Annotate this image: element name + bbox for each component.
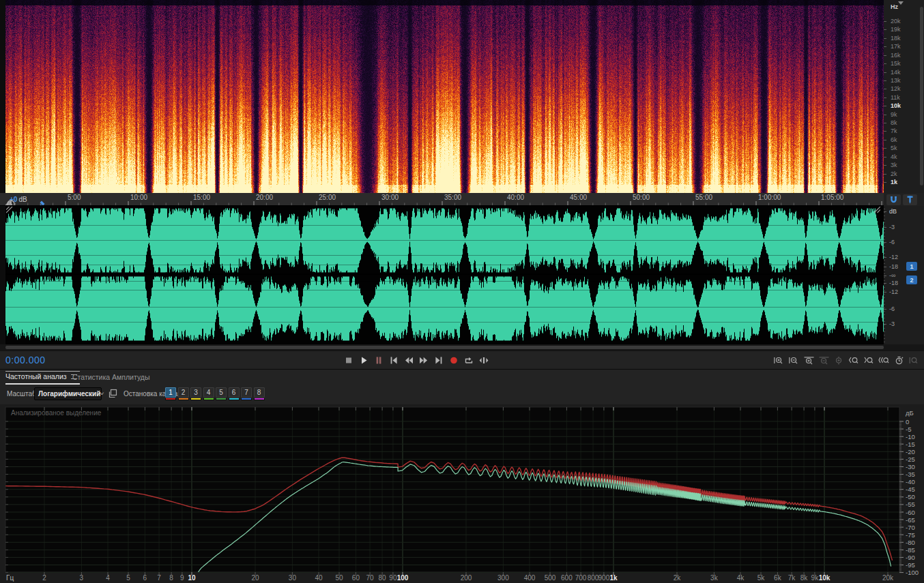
- frequency-ruler[interactable]: Hz20k19k18k17k16k15k14k13k12k11k10k9k8k7…: [884, 0, 924, 193]
- freq-tick: [884, 165, 886, 166]
- frame-stop-button-label[interactable]: 3: [190, 387, 201, 398]
- svg-text:900: 900: [598, 574, 610, 582]
- frame-stop-button[interactable]: 1: [165, 387, 176, 400]
- db-tick-label: -6: [889, 305, 895, 312]
- pause-button[interactable]: [373, 355, 384, 365]
- frame-stop-button[interactable]: 3: [190, 387, 201, 400]
- frame-stop-button[interactable]: 8: [254, 387, 265, 400]
- frame-stop-button-label[interactable]: 6: [229, 387, 240, 398]
- zoom-out-selection-icon[interactable]: [818, 355, 830, 365]
- freq-tick-label: 15k: [891, 60, 901, 67]
- db-minor-tick: [884, 314, 885, 315]
- freq-tick: [884, 123, 886, 123]
- db-minor-tick: [884, 308, 885, 308]
- db-tick: [884, 227, 886, 228]
- svg-text:-70: -70: [906, 524, 915, 531]
- frame-stop-button-label[interactable]: 8: [254, 387, 265, 398]
- record-button[interactable]: [448, 355, 459, 365]
- svg-text:35:00: 35:00: [444, 194, 461, 201]
- freq-tick-label: 17k: [891, 43, 901, 50]
- stop-button[interactable]: [343, 355, 354, 365]
- time-display[interactable]: 0:00.000: [5, 355, 46, 365]
- frame-stop-button[interactable]: 4: [203, 387, 214, 400]
- zoom-out-horizontal-icon[interactable]: [788, 355, 800, 365]
- tab-amplitude-statistics[interactable]: Статистика Амплитуды: [72, 370, 149, 385]
- zoom-in-at-in-point-icon[interactable]: [848, 355, 860, 365]
- magnet-snap-icon[interactable]: [886, 194, 901, 205]
- svg-text:20: 20: [251, 574, 259, 582]
- frame-stop-button-label[interactable]: 1: [165, 387, 176, 398]
- svg-text:50:00: 50:00: [633, 194, 650, 201]
- svg-text:3: 3: [80, 574, 84, 582]
- horizontal-scrollbar[interactable]: [0, 344, 924, 350]
- db-minor-tick: [884, 284, 885, 284]
- zoom-vertical-icon[interactable]: [833, 355, 845, 365]
- marker-icon[interactable]: [903, 194, 917, 205]
- skip-playhead-button[interactable]: [478, 355, 489, 365]
- freq-tick: [884, 46, 886, 47]
- waveform-canvas[interactable]: [5, 206, 884, 344]
- zoom-toolbar: [773, 355, 920, 365]
- frame-stop-button[interactable]: 5: [216, 387, 227, 400]
- frame-stop-button[interactable]: 6: [229, 387, 240, 400]
- db-minor-tick: [884, 311, 885, 312]
- svg-text:-95: -95: [906, 561, 915, 569]
- fast-forward-button[interactable]: [418, 355, 429, 365]
- corner-handle-top-left-icon[interactable]: [6, 207, 13, 213]
- corner-handle-top-right-icon[interactable]: [874, 207, 880, 213]
- svg-text:7k: 7k: [788, 574, 796, 582]
- frame-stop-button[interactable]: 2: [178, 387, 189, 400]
- frame-stop-button-label[interactable]: 5: [216, 387, 227, 398]
- db-minor-tick: [884, 335, 885, 335]
- db-minor-tick: [884, 294, 885, 295]
- svg-text:-5: -5: [906, 425, 911, 433]
- timeline-ruler[interactable]: 5:0010:0015:0020:0025:0030:0035:0040:004…: [0, 193, 884, 206]
- svg-text:5k: 5k: [757, 574, 766, 582]
- analysis-controls: Масштаб: Логарифмический ˅ Остановка кад…: [0, 385, 924, 404]
- freq-tick: [884, 38, 886, 39]
- freq-tick-label: 9k: [891, 111, 897, 118]
- reset-zoom-icon[interactable]: [893, 355, 905, 365]
- freq-tick-label: 7k: [891, 128, 897, 134]
- ruler-menu-triangle-icon[interactable]: [898, 1, 904, 5]
- zoom-in-at-out-point-icon[interactable]: [863, 355, 875, 365]
- frame-stop-buttons: 12345678: [165, 387, 265, 400]
- scrollbar-thumb[interactable]: [5, 346, 884, 349]
- spectrogram-canvas[interactable]: [5, 0, 884, 193]
- skip-to-start-button[interactable]: [388, 355, 399, 365]
- frame-stop-button-label[interactable]: 7: [241, 387, 252, 398]
- svg-text:40: 40: [315, 574, 323, 582]
- zoom-full-icon[interactable]: [908, 355, 920, 365]
- zoom-to-selection-icon[interactable]: [803, 355, 815, 365]
- transport-controls: [343, 355, 489, 365]
- svg-text:9k: 9k: [811, 574, 820, 582]
- db-tick: [884, 324, 886, 325]
- zoom-to-selection-width-icon[interactable]: [878, 355, 890, 365]
- loop-playback-button[interactable]: [463, 355, 474, 365]
- svg-text:-35: -35: [906, 470, 915, 478]
- rewind-button[interactable]: [403, 355, 414, 365]
- vertical-scrollbar[interactable]: [920, 7, 923, 185]
- frequency-analysis-chart[interactable]: 2345678910203040506070809010020030040050…: [0, 404, 924, 583]
- scale-dropdown[interactable]: Логарифмический ˅: [34, 387, 102, 400]
- spectral-display[interactable]: [5, 0, 884, 193]
- skip-to-end-button[interactable]: [433, 355, 444, 365]
- freq-ruler-unit: Hz: [891, 3, 898, 10]
- db-tick-label: dB: [889, 208, 897, 215]
- tab-frequency-analysis[interactable]: Частотный анализ: [5, 370, 80, 385]
- frame-stop-button-label[interactable]: 2: [178, 387, 189, 398]
- tab-label: Частотный анализ: [5, 372, 67, 380]
- tab-label: Статистика Амплитуды: [72, 373, 149, 381]
- amplitude-ruler[interactable]: 1 2 dB-3-6-12-18-∞-18-12-6-3: [884, 206, 924, 344]
- svg-text:50: 50: [335, 574, 343, 582]
- channel-2-button[interactable]: 2: [906, 275, 917, 284]
- frame-stop-button-label[interactable]: 4: [203, 387, 214, 398]
- frame-stop-button[interactable]: 7: [241, 387, 252, 400]
- zoom-in-horizontal-icon[interactable]: [773, 355, 785, 365]
- freq-tick: [884, 157, 886, 158]
- waveform-display[interactable]: [5, 206, 884, 344]
- channel-1-button[interactable]: 1: [906, 262, 917, 271]
- db-minor-tick: [884, 325, 885, 325]
- play-button[interactable]: [358, 355, 369, 365]
- freq-tick-label: 4k: [891, 153, 897, 160]
